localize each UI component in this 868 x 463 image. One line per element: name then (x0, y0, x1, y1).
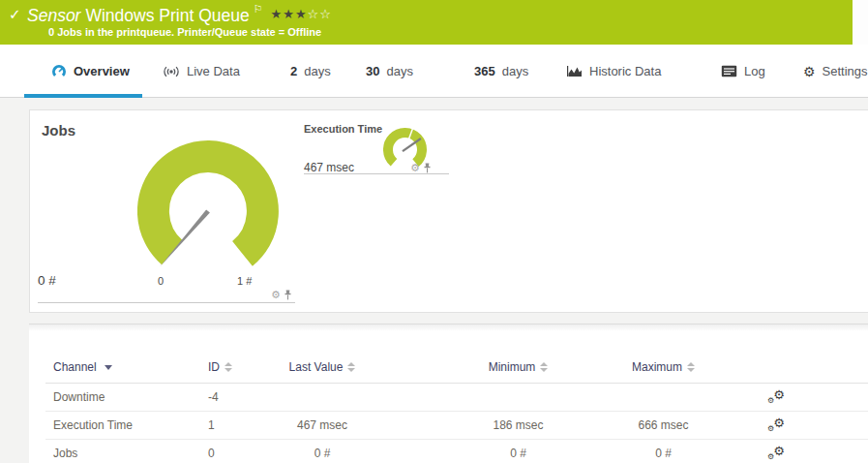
tab-365-days-number: 365 (474, 64, 495, 78)
cell-id: -4 (208, 390, 219, 404)
jobs-gauge-title: Jobs (42, 122, 75, 139)
tab-settings-label: Settings (823, 64, 868, 78)
edit-channel-icon[interactable]: ⚙ ⚙ (767, 446, 785, 461)
sensor-title-line: SensorWindows Print Queue⚐★★★☆☆ (27, 3, 332, 26)
cell-channel: Jobs (45, 447, 77, 460)
column-header-id-label: ID (208, 360, 220, 374)
cell-id: 0 (208, 447, 215, 460)
broadcast-icon (163, 65, 180, 78)
execution-time-gauge-actions: ⚙ (410, 163, 432, 173)
cell-channel: Execution Time (45, 418, 133, 432)
gauge-settings-icon[interactable]: ⚙ (271, 290, 281, 300)
pin-icon[interactable] (423, 163, 432, 173)
tab-historic-data-label: Historic Data (589, 64, 661, 78)
edit-channel-icon[interactable]: ⚙ ⚙ (767, 417, 785, 433)
column-header-last-value[interactable]: Last Value (289, 360, 356, 383)
jobs-current-value: 0 # (38, 273, 56, 288)
area-chart-icon (566, 65, 583, 77)
tab-2-days-unit: days (304, 64, 330, 78)
cell-maximum: 666 msec (638, 418, 688, 432)
column-header-maximum-label: Maximum (632, 360, 682, 374)
column-header-last-value-label: Last Value (289, 360, 344, 374)
table-row-jobs[interactable]: Jobs 0 0 # 0 # 0 # ⚙ ⚙ (45, 440, 868, 463)
stars-empty: ☆☆ (308, 7, 332, 21)
gauge-icon (51, 64, 67, 79)
execution-time-gauge-title: Execution Time (304, 123, 382, 135)
tab-2-days[interactable]: 2 days (290, 45, 331, 98)
column-header-channel[interactable]: Channel (45, 360, 112, 383)
tab-live-data[interactable]: Live Data (163, 45, 240, 98)
priority-stars[interactable]: ★★★☆☆ (271, 7, 332, 21)
sensor-header: ✓ SensorWindows Print Queue⚐★★★☆☆ 0 Jobs… (0, 0, 853, 45)
tab-overview[interactable]: Overview (51, 45, 130, 98)
gear-small-icon: ⚙ (767, 425, 774, 433)
cell-last-value: 0 # (314, 447, 331, 460)
jobs-gauge (137, 140, 279, 282)
jobs-gauge-scale-max: 1 # (237, 275, 252, 287)
jobs-gauge-underline (38, 302, 295, 303)
tab-30-days[interactable]: 30 days (366, 45, 413, 98)
channels-table: Channel ID Last Value Minimum Maximum (45, 324, 868, 463)
cell-last-value: 467 msec (297, 418, 347, 432)
column-header-minimum-label: Minimum (489, 360, 536, 374)
gear-icon: ⚙ (803, 65, 816, 78)
column-header-channel-label: Channel (53, 360, 97, 374)
execution-time-value: 467 msec (304, 161, 354, 174)
cell-id: 1 (208, 418, 215, 432)
sort-toggle-icon (540, 362, 548, 372)
tab-30-days-unit: days (386, 64, 412, 78)
jobs-gauge-actions: ⚙ (271, 290, 292, 300)
gauge-settings-icon[interactable]: ⚙ (410, 163, 420, 173)
tab-365-days-unit: days (502, 64, 528, 78)
sensor-type-label: Sensor (27, 6, 80, 25)
gear-small-icon: ⚙ (767, 397, 774, 405)
tab-log[interactable]: Log (721, 45, 765, 98)
table-header-row: Channel ID Last Value Minimum Maximum (45, 324, 868, 384)
table-row-downtime[interactable]: Downtime -4 ⚙ ⚙ (45, 384, 868, 412)
cell-minimum: 186 msec (493, 418, 543, 432)
tab-30-days-number: 30 (366, 64, 379, 78)
column-header-minimum[interactable]: Minimum (489, 360, 549, 383)
edit-channel-icon[interactable]: ⚙ ⚙ (767, 389, 785, 405)
jobs-gauge-scale-min: 0 (158, 275, 164, 287)
sort-toggle-icon (687, 362, 695, 372)
gear-small-icon: ⚙ (767, 453, 774, 461)
tab-overview-label: Overview (74, 64, 130, 78)
gear-icon: ⚙ (773, 388, 785, 401)
channels-table-panel: Channel ID Last Value Minimum Maximum (29, 324, 868, 463)
pin-icon[interactable] (284, 290, 292, 300)
tab-log-label: Log (744, 64, 765, 78)
tab-historic-data[interactable]: Historic Data (566, 45, 661, 98)
cell-maximum: 0 # (655, 447, 672, 460)
flag-icon[interactable]: ⚐ (254, 3, 263, 15)
gear-icon: ⚙ (773, 445, 785, 457)
sort-toggle-icon (347, 362, 355, 372)
header-right-gap (853, 0, 868, 45)
cell-channel: Downtime (45, 390, 105, 404)
cell-minimum: 0 # (510, 447, 526, 460)
log-list-icon (721, 65, 737, 77)
table-row-execution-time[interactable]: Execution Time 1 467 msec 186 msec 666 m… (45, 412, 868, 440)
sensor-status-message: 0 Jobs in the printqueue. Printer/Queue … (48, 26, 321, 38)
gear-icon: ⚙ (773, 417, 785, 429)
tab-2-days-number: 2 (290, 64, 297, 78)
execution-time-underline (304, 173, 449, 174)
sort-desc-icon (105, 365, 112, 370)
tab-365-days[interactable]: 365 days (474, 45, 528, 98)
tab-live-data-label: Live Data (187, 64, 240, 78)
overview-gauges-panel: Jobs 0 1 # 0 # ⚙ Execution Time 467 msec… (29, 109, 868, 313)
active-tab-underline (24, 94, 142, 98)
stars-filled: ★★★ (271, 7, 308, 21)
column-header-maximum[interactable]: Maximum (632, 360, 695, 383)
tab-bar: Overview Live Data 2 days 30 days 365 da… (0, 45, 868, 98)
column-header-id[interactable]: ID (208, 360, 232, 383)
status-ok-icon: ✓ (9, 6, 21, 23)
tab-settings[interactable]: ⚙ Settings (803, 45, 868, 98)
page-title: Windows Print Queue (85, 6, 249, 25)
sort-toggle-icon (224, 362, 232, 372)
